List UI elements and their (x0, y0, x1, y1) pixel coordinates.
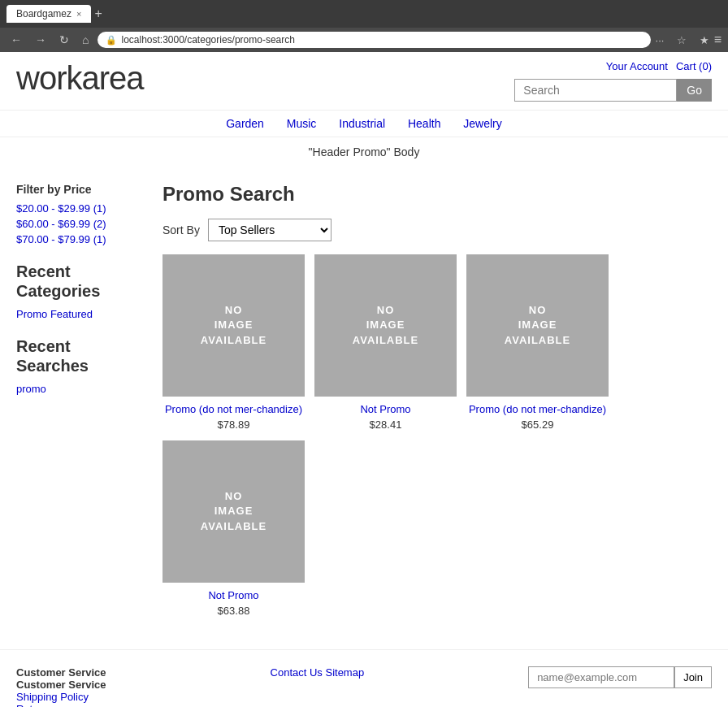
product-card-0: NOIMAGEAVAILABLE Promo (do not mer-chand… (162, 254, 305, 431)
tab-close-icon[interactable]: × (76, 9, 81, 19)
home-button[interactable]: ⌂ (78, 32, 93, 48)
search-input[interactable] (514, 79, 677, 102)
recent-searches-section: Recent Searches promo (16, 336, 146, 395)
recent-category-0[interactable]: Promo Featured (16, 308, 93, 320)
promo-banner: "Header Promo" Body (0, 137, 728, 167)
product-name-1[interactable]: Not Promo (314, 403, 457, 415)
product-price-0: $78.89 (162, 419, 305, 431)
email-input[interactable] (528, 666, 674, 688)
url-text: localhost:3000/categories/promo-search (121, 34, 294, 46)
shipping-policy-link[interactable]: Shipping Policy (16, 691, 106, 703)
browser-chrome: Boardgamez × + (0, 0, 728, 28)
filter-title: Filter by Price (16, 183, 146, 196)
customer-service-bold: Customer Service (16, 679, 106, 691)
product-card-1: NOIMAGEAVAILABLE Not Promo $28.41 (314, 254, 457, 431)
product-image-0: NOIMAGEAVAILABLE (162, 254, 305, 397)
nav-item-garden[interactable]: Garden (226, 117, 264, 130)
sitemap-link[interactable]: Sitemap (325, 666, 364, 679)
header-right: Your Account Cart (0) Go (514, 60, 712, 102)
recent-searches-heading: Recent Searches (16, 336, 146, 375)
main-nav: Garden Music Industrial Health Jewelry (0, 110, 728, 137)
contact-us-link[interactable]: Contact Us (271, 666, 323, 679)
nav-item-music[interactable]: Music (287, 117, 317, 130)
tab-title: Boardgamez (16, 8, 72, 20)
footer-center: Contact Us Sitemap (271, 666, 365, 679)
address-bar[interactable]: 🔒 localhost:3000/categories/promo-search (98, 32, 650, 48)
sort-select[interactable]: Top Sellers Price: Low to High Price: Hi… (208, 219, 332, 241)
returns-link[interactable]: Returns (16, 703, 106, 707)
back-button[interactable]: ← (6, 32, 26, 48)
bookmark-icon[interactable]: ☆ (677, 34, 687, 46)
toolbar-right: ··· ☆ ★ (656, 34, 709, 46)
account-cart-links: Your Account Cart (0) (606, 60, 712, 72)
search-bar: Go (514, 79, 712, 102)
active-tab: Boardgamez × (6, 5, 91, 23)
search-button[interactable]: Go (677, 79, 712, 102)
product-image-2: NOIMAGEAVAILABLE (466, 254, 609, 397)
lock-icon: 🔒 (106, 35, 117, 46)
tab-bar: Boardgamez × + (6, 5, 102, 23)
product-name-2[interactable]: Promo (do not mer-chandize) (466, 403, 609, 415)
sidebar: Filter by Price $20.00 - $29.99 (1) $60.… (16, 183, 146, 617)
account-link[interactable]: Your Account (606, 60, 668, 72)
more-dots[interactable]: ··· (656, 34, 665, 46)
page-title: Promo Search (162, 183, 712, 206)
product-price-1: $28.41 (314, 419, 457, 431)
forward-button[interactable]: → (31, 32, 50, 48)
cart-link[interactable]: Cart (0) (676, 60, 712, 72)
nav-item-industrial[interactable]: Industrial (339, 117, 385, 130)
customer-service-heading: Customer Service (16, 666, 106, 679)
footer: Customer Service Customer Service Shippi… (0, 649, 728, 707)
nav-item-jewelry[interactable]: Jewelry (463, 117, 501, 130)
site-logo: workarea (16, 60, 144, 97)
join-button[interactable]: Join (674, 666, 712, 688)
sort-label: Sort By (162, 223, 200, 236)
product-image-1: NOIMAGEAVAILABLE (314, 254, 457, 397)
filter-link-2[interactable]: $70.00 - $79.99 (1) (16, 233, 146, 245)
filter-section: Filter by Price $20.00 - $29.99 (1) $60.… (16, 183, 146, 245)
products-area: Promo Search Sort By Top Sellers Price: … (162, 183, 712, 617)
browser-menu-button[interactable]: ≡ (714, 33, 722, 47)
product-name-3[interactable]: Not Promo (162, 589, 305, 601)
footer-left: Customer Service Customer Service Shippi… (16, 666, 106, 707)
new-tab-icon[interactable]: + (94, 7, 102, 21)
product-grid: NOIMAGEAVAILABLE Promo (do not mer-chand… (162, 254, 712, 617)
filter-link-1[interactable]: $60.00 - $69.99 (2) (16, 218, 146, 230)
product-card-2: NOIMAGEAVAILABLE Promo (do not mer-chand… (466, 254, 609, 431)
filter-link-0[interactable]: $20.00 - $29.99 (1) (16, 202, 146, 215)
sort-bar: Sort By Top Sellers Price: Low to High P… (162, 219, 712, 241)
product-price-2: $65.29 (466, 419, 609, 431)
star-icon[interactable]: ★ (700, 34, 709, 46)
footer-right: Join (528, 666, 712, 688)
product-price-3: $63.88 (162, 605, 305, 617)
recent-categories-section: Recent Categories Promo Featured (16, 262, 146, 320)
product-image-3: NOIMAGEAVAILABLE (162, 440, 305, 583)
product-name-0[interactable]: Promo (do not mer-chandize) (162, 403, 305, 415)
nav-item-health[interactable]: Health (408, 117, 440, 130)
browser-toolbar: ← → ↻ ⌂ 🔒 localhost:3000/categories/prom… (0, 28, 728, 52)
recent-categories-heading: Recent Categories (16, 262, 146, 301)
main-layout: Filter by Price $20.00 - $29.99 (1) $60.… (0, 167, 728, 633)
reload-button[interactable]: ↻ (55, 32, 73, 48)
page-header: workarea Your Account Cart (0) Go (0, 52, 728, 110)
recent-search-0[interactable]: promo (16, 383, 46, 395)
product-card-3: NOIMAGEAVAILABLE Not Promo $63.88 (162, 440, 305, 617)
